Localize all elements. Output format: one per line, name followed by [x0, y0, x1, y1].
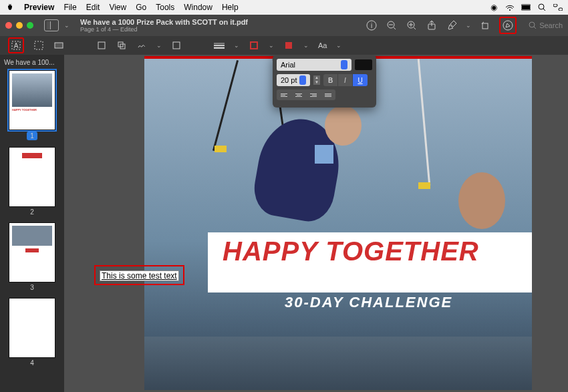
subhead-text: 30-DAY CHALLENGE	[285, 294, 452, 311]
shapes-tool-button[interactable]	[116, 40, 127, 51]
svg-rect-26	[55, 43, 63, 48]
selection-handle[interactable]	[315, 145, 333, 164]
document-filename: We have a 1000 Prize Pack with SCOTT on …	[80, 18, 248, 26]
hero-image: HAPPY TOGETHER 30-DAY CHALLENGE	[144, 59, 532, 390]
svg-line-16	[414, 27, 416, 29]
document-canvas[interactable]: HAPPY TOGETHER 30-DAY CHALLENGE This is …	[64, 55, 568, 392]
font-panel: Arial 20 pt ▲▼ B I U	[273, 55, 376, 108]
svg-rect-34	[251, 42, 257, 49]
titlebar: ⌄ We have a 1000 Prize Pack with SCOTT o…	[0, 15, 568, 36]
svg-rect-35	[285, 42, 292, 49]
info-button[interactable]: i	[366, 19, 378, 31]
chevron-down-icon[interactable]: ⌄	[234, 42, 239, 49]
sign-tool-button[interactable]	[136, 40, 147, 51]
sidebar-toggle-chevron-icon[interactable]: ⌄	[64, 22, 69, 29]
accessibility-icon[interactable]: ◉	[489, 3, 499, 12]
page-thumbnail-1[interactable]: HAPPY TOGETHER	[9, 70, 55, 130]
underline-button[interactable]: U	[353, 74, 368, 86]
menu-edit[interactable]: Edit	[86, 3, 100, 12]
preview-window: ⌄ We have a 1000 Prize Pack with SCOTT o…	[0, 15, 568, 392]
rotate-button[interactable]	[479, 19, 491, 31]
app-name[interactable]: Preview	[24, 3, 54, 12]
minimize-window-button[interactable]	[16, 22, 23, 29]
markup-toolbar: A ⌄ ⌄ ⌄ ⌄ Aa⌄	[0, 36, 568, 55]
menu-tools[interactable]: Tools	[156, 3, 174, 12]
fill-color-button[interactable]	[283, 40, 294, 51]
svg-point-20	[503, 21, 513, 30]
menu-help[interactable]: Help	[222, 3, 239, 12]
svg-rect-6	[553, 4, 557, 7]
markup-icon	[502, 19, 514, 31]
svg-rect-19	[482, 23, 488, 29]
battery-icon[interactable]	[521, 3, 531, 12]
sidebar-toggle-button[interactable]	[44, 19, 59, 31]
svg-rect-25	[35, 41, 43, 49]
note-tool-button[interactable]	[171, 40, 182, 51]
svg-line-22	[534, 27, 536, 29]
font-family-select[interactable]: Arial	[277, 59, 351, 71]
svg-text:A: A	[14, 42, 19, 49]
chevron-down-icon[interactable]: ⌄	[336, 42, 341, 49]
page-number-2: 2	[4, 208, 60, 216]
document-title-block: We have a 1000 Prize Pack with SCOTT on …	[80, 18, 248, 33]
markup-toolbar-button[interactable]	[499, 17, 517, 34]
font-style-button[interactable]: Aa	[318, 41, 327, 49]
zoom-in-button[interactable]	[406, 19, 418, 31]
svg-rect-7	[559, 8, 563, 11]
align-left-button[interactable]	[277, 89, 291, 100]
search-field[interactable]: Search	[529, 21, 563, 29]
search-icon	[529, 21, 537, 29]
align-right-button[interactable]	[306, 89, 321, 100]
page-thumbnail-4[interactable]	[9, 298, 55, 358]
apple-icon[interactable]	[5, 3, 15, 12]
menu-window[interactable]: Window	[184, 3, 212, 12]
chevron-down-icon[interactable]: ⌄	[156, 42, 162, 49]
menu-go[interactable]: Go	[136, 3, 146, 12]
page-number-4: 4	[4, 359, 60, 367]
control-center-icon[interactable]	[553, 3, 563, 12]
chevron-down-icon[interactable]: ⌄	[303, 42, 309, 49]
selection-tool-button[interactable]	[33, 40, 44, 51]
font-color-swatch[interactable]	[355, 59, 372, 70]
sketch-tool-button[interactable]	[96, 40, 107, 51]
zoom-out-button[interactable]	[386, 19, 398, 31]
menu-file[interactable]: File	[63, 3, 76, 12]
headline-text: HAPPY TOGETHER	[208, 232, 532, 266]
zoom-window-button[interactable]	[27, 22, 33, 29]
search-menu-icon[interactable]	[537, 3, 547, 12]
menu-view[interactable]: View	[109, 3, 126, 12]
svg-point-21	[529, 22, 535, 27]
page-thumbnail-2[interactable]	[9, 147, 55, 207]
annotation-text[interactable]: This is some test text	[100, 270, 179, 281]
redact-tool-button[interactable]	[53, 40, 64, 51]
border-style-button[interactable]	[214, 40, 225, 51]
font-size-stepper[interactable]: ▲▼	[313, 75, 320, 85]
chevron-down-icon[interactable]: ⌄	[269, 42, 274, 49]
svg-rect-2	[522, 5, 530, 9]
text-tool-button[interactable]: A	[8, 37, 24, 53]
highlight-chevron-icon[interactable]: ⌄	[466, 22, 471, 29]
wifi-icon[interactable]	[505, 3, 515, 12]
select-arrows-icon	[299, 75, 306, 85]
stepper-down-icon: ▼	[313, 80, 320, 85]
align-center-button[interactable]	[291, 89, 306, 100]
share-button[interactable]	[426, 19, 438, 31]
font-family-value: Arial	[281, 61, 295, 69]
align-justify-button[interactable]	[321, 89, 335, 100]
italic-button[interactable]: I	[338, 74, 353, 86]
close-window-button[interactable]	[5, 22, 12, 29]
thumbnail-sidebar: We have a 100... HAPPY TOGETHER 1 2 3 4	[0, 55, 64, 392]
highlight-button[interactable]	[446, 19, 458, 31]
font-size-value: 20 pt	[281, 76, 297, 84]
svg-rect-30	[173, 42, 180, 49]
system-menubar: Preview File Edit View Go Tools Window H…	[0, 0, 568, 15]
svg-rect-27	[98, 42, 105, 49]
font-size-select[interactable]: 20 pt	[277, 74, 310, 86]
page-thumbnail-3[interactable]	[9, 222, 55, 282]
document-subtitle: Page 1 of 4 — Edited	[80, 26, 248, 33]
border-color-button[interactable]	[249, 40, 259, 51]
stepper-up-icon: ▲	[313, 75, 320, 80]
text-annotation-box[interactable]: This is some test text	[94, 265, 184, 285]
svg-line-5	[543, 9, 545, 11]
bold-button[interactable]: B	[323, 74, 338, 86]
